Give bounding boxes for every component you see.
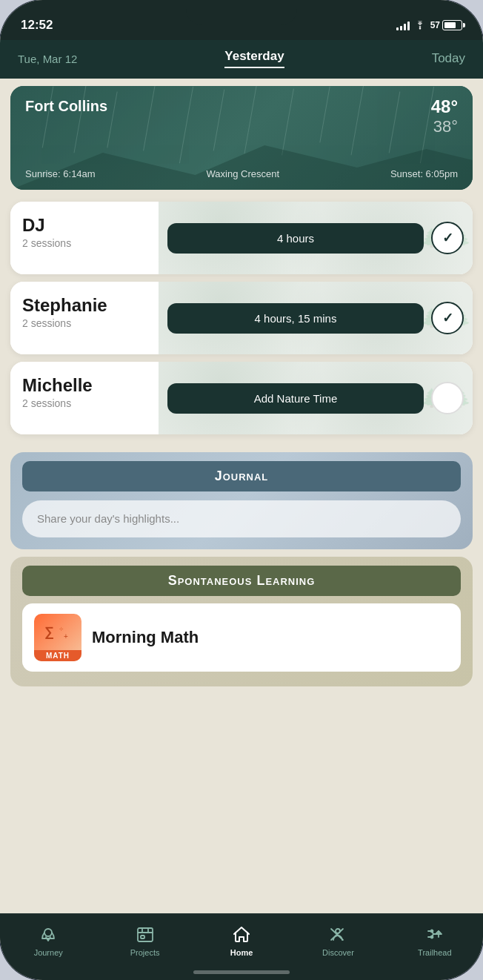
- projects-icon: [135, 924, 156, 945]
- journal-header: Journal: [22, 461, 461, 491]
- scroll-content[interactable]: Fort Collins 48° 38° Sunrise: 6:14am Wax…: [0, 79, 483, 941]
- tab-today[interactable]: Today: [432, 51, 465, 66]
- status-bar-right: 57: [396, 20, 462, 30]
- nav-item-projects[interactable]: Projects: [96, 921, 193, 957]
- phone-frame: 12:52 57: [0, 0, 483, 980]
- svg-text:∑: ∑: [44, 624, 54, 639]
- checkmark-dj: ✓: [442, 230, 453, 246]
- person-card-right-stephanie: 4 hours, 15 mins ✓: [159, 282, 473, 354]
- discover-label: Discover: [322, 948, 354, 957]
- time-button-stephanie[interactable]: 4 hours, 15 mins: [167, 303, 424, 334]
- weather-city: Fort Collins: [25, 98, 107, 114]
- home-label: Home: [230, 948, 253, 957]
- home-indicator: [193, 970, 290, 974]
- svg-rect-5: [138, 928, 153, 941]
- nav-item-journey[interactable]: Journey: [0, 921, 96, 957]
- person-name-dj: DJ: [22, 215, 147, 236]
- nav-item-home[interactable]: Home: [193, 921, 290, 957]
- projects-label: Projects: [130, 948, 160, 957]
- trailhead-label: Trailhead: [418, 948, 451, 957]
- svg-point-12: [430, 936, 433, 938]
- check-circle-michelle[interactable]: [431, 382, 464, 414]
- nav-header: Tue, Mar 12 Yesterday Today: [0, 40, 483, 79]
- signal-bars-icon: [396, 20, 410, 30]
- home-icon: [231, 924, 252, 945]
- person-card-left-stephanie: Stephanie 2 sessions: [10, 282, 159, 354]
- journey-icon: [38, 924, 59, 945]
- learning-card[interactable]: ∑ ÷ + MATH Morning Math: [22, 603, 461, 672]
- svg-point-0: [419, 27, 420, 29]
- person-card-dj: DJ 2 sessions 4 hours ✓: [10, 202, 473, 274]
- person-sessions-stephanie: 2 sessions: [22, 317, 147, 329]
- check-circle-dj[interactable]: ✓: [431, 222, 464, 254]
- weather-temp-high: 48°: [431, 96, 458, 117]
- journal-header-text: Journal: [215, 469, 269, 483]
- battery-container: 57: [430, 20, 462, 30]
- person-sessions-dj: 2 sessions: [22, 237, 147, 249]
- person-sessions-michelle: 2 sessions: [22, 397, 147, 409]
- phone-screen: 12:52 57: [0, 0, 483, 980]
- battery-percent: 57: [430, 20, 440, 30]
- nav-date: Tue, Mar 12: [18, 53, 77, 65]
- person-cards-area: DJ 2 sessions 4 hours ✓ Stephanie 2 sess: [0, 197, 483, 446]
- nav-item-discover[interactable]: Discover: [290, 921, 386, 957]
- weather-card: Fort Collins 48° 38° Sunrise: 6:14am Wax…: [10, 86, 473, 190]
- learning-title: Morning Math: [92, 628, 199, 647]
- svg-rect-9: [141, 936, 144, 938]
- journal-input-container[interactable]: Share your day's highlights...: [22, 500, 461, 537]
- sunset-text: Sunset: 6:05pm: [390, 168, 458, 179]
- mountain-svg: [10, 138, 473, 190]
- svg-point-11: [430, 930, 433, 933]
- wifi-icon: [414, 21, 426, 30]
- math-label: MATH: [34, 650, 81, 661]
- learning-section: Spontaneous Learning ∑ ÷ + MATH Mo: [10, 557, 473, 686]
- weather-bottom: Sunrise: 6:14am Waxing Crescent Sunset: …: [10, 168, 473, 179]
- time-display: 12:52: [21, 18, 53, 33]
- learning-header-text: Spontaneous Learning: [168, 573, 316, 588]
- person-card-right-dj: 4 hours ✓: [159, 202, 473, 274]
- math-doodles: ∑ ÷ +: [43, 614, 73, 650]
- journal-section: Journal Share your day's highlights...: [10, 452, 473, 549]
- bottom-spacer: [0, 694, 483, 709]
- person-card-right-michelle: Add Nature Time: [159, 362, 473, 434]
- svg-point-4: [44, 929, 52, 936]
- time-button-michelle[interactable]: Add Nature Time: [167, 383, 424, 414]
- tab-yesterday[interactable]: Yesterday: [224, 49, 284, 68]
- nav-item-trailhead[interactable]: Trailhead: [387, 921, 483, 957]
- svg-text:+: +: [64, 632, 68, 640]
- person-name-stephanie: Stephanie: [22, 295, 147, 316]
- learning-header: Spontaneous Learning: [22, 566, 461, 596]
- person-card-stephanie: Stephanie 2 sessions 4 hours, 15 mins ✓: [10, 282, 473, 354]
- time-button-dj[interactable]: 4 hours: [167, 223, 424, 254]
- sunrise-text: Sunrise: 6:14am: [25, 168, 96, 179]
- discover-icon: [327, 924, 348, 945]
- svg-point-10: [336, 929, 340, 933]
- person-name-michelle: Michelle: [22, 375, 147, 396]
- learning-thumb: ∑ ÷ + MATH: [34, 614, 81, 661]
- journal-placeholder: Share your day's highlights...: [37, 512, 179, 525]
- person-card-left-michelle: Michelle 2 sessions: [10, 362, 159, 434]
- notch: [186, 0, 297, 25]
- trailhead-icon: [424, 924, 445, 945]
- person-card-michelle: Michelle 2 sessions Add Nature Time: [10, 362, 473, 434]
- weather-temp-low: 38°: [431, 117, 458, 136]
- checkmark-stephanie: ✓: [442, 310, 453, 326]
- check-circle-stephanie[interactable]: ✓: [431, 302, 464, 334]
- moon-text: Waxing Crescent: [207, 168, 280, 179]
- journey-label: Journey: [34, 948, 63, 957]
- person-card-left-dj: DJ 2 sessions: [10, 202, 159, 274]
- battery-icon: [442, 20, 462, 30]
- weather-temp: 48° 38°: [431, 96, 458, 136]
- bottom-nav: Journey Projects: [0, 913, 483, 980]
